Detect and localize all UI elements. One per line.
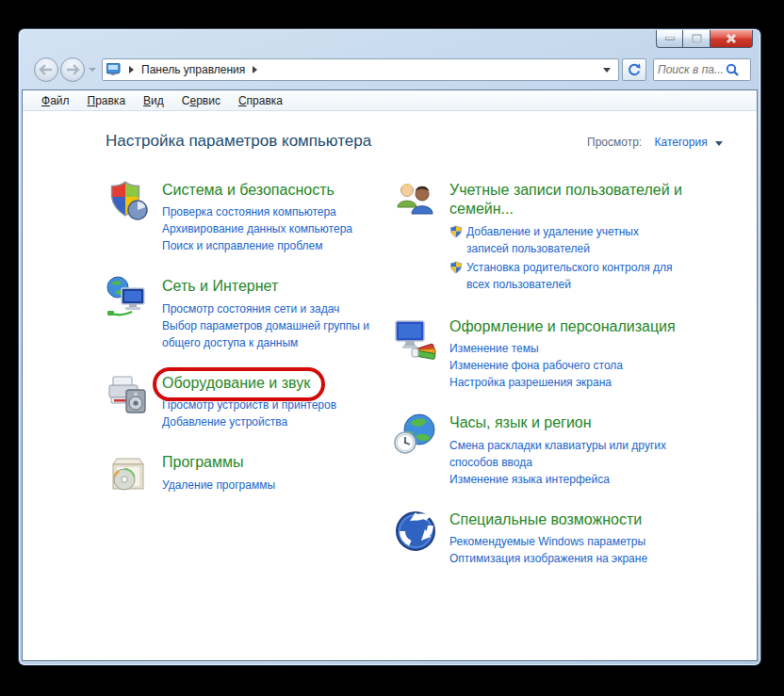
category-ease-of-access[interactable]: Специальные возможности — [449, 510, 642, 529]
left-column: Система и безопасность Проверка состояни… — [106, 179, 393, 588]
address-dropdown-icon[interactable] — [603, 68, 611, 73]
window-controls — [656, 30, 753, 48]
link-view-devices-printers[interactable]: Просмотр устройств и принтеров — [162, 397, 336, 413]
minimize-icon — [665, 37, 675, 40]
link-uninstall-program[interactable]: Удаление программы — [162, 477, 275, 494]
close-icon — [726, 34, 737, 44]
page-title: Настройка параметров компьютера — [106, 132, 371, 151]
control-panel-icon — [106, 63, 122, 76]
menu-bar: Файл Правка Вид Сервис Справка — [23, 90, 757, 111]
clock-globe-icon[interactable] — [393, 412, 438, 457]
category-network-internet[interactable]: Сеть и Интернет — [162, 277, 278, 296]
link-find-fix-problems[interactable]: Поиск и исправление проблем — [162, 237, 352, 254]
link-check-computer-status[interactable]: Проверка состояния компьютера — [162, 203, 352, 220]
view-by-dropdown-icon[interactable] — [715, 141, 723, 146]
control-panel-window: Панель управления Файл Правка Вид Сервис — [19, 29, 760, 665]
breadcrumb-arrow-icon[interactable] — [253, 66, 257, 73]
section-clock-language: Часы, язык и регион Смена раскладки клав… — [393, 412, 704, 487]
breadcrumb-arrow-icon — [129, 66, 134, 73]
forward-arrow-icon — [65, 64, 80, 75]
category-user-accounts[interactable]: Учетные записи пользователей и семейн... — [449, 181, 685, 219]
link-change-ui-language[interactable]: Изменение языка интерфейса — [449, 471, 676, 488]
link-homegroup-options[interactable]: Выбор параметров домашней группы и общег… — [162, 317, 388, 351]
refresh-icon — [627, 62, 642, 77]
section-user-accounts: Учетные записи пользователей и семейн... — [393, 179, 704, 295]
link-suggested-settings[interactable]: Рекомендуемые Windows параметры — [449, 533, 647, 550]
maximize-button[interactable] — [683, 30, 710, 48]
menu-tools[interactable]: Сервис — [182, 94, 220, 107]
search-input[interactable] — [658, 63, 726, 76]
client-area: Файл Правка Вид Сервис Справка Настройка… — [22, 89, 758, 661]
link-optimize-display[interactable]: Оптимизация изображения на экране — [449, 550, 647, 567]
search-icon[interactable] — [726, 63, 740, 77]
right-column: Учетные записи пользователей и семейн... — [393, 179, 704, 588]
recent-pages-dropdown[interactable] — [89, 68, 96, 72]
search-box[interactable] — [653, 58, 751, 81]
uac-shield-icon — [449, 261, 463, 274]
link-add-remove-accounts[interactable]: Добавление и удаление учетных записей по… — [466, 223, 676, 257]
security-shield-icon[interactable] — [106, 179, 151, 224]
category-programs[interactable]: Программы — [162, 453, 243, 472]
navigation-bar: Панель управления — [19, 50, 760, 89]
menu-view[interactable]: Вид — [143, 94, 164, 107]
section-system-security: Система и безопасность Проверка состояни… — [106, 179, 393, 254]
menu-edit[interactable]: Правка — [88, 94, 126, 107]
category-columns: Система и безопасность Проверка состояни… — [106, 179, 757, 588]
link-adjust-resolution[interactable]: Настройка разрешения экрана — [449, 374, 676, 391]
restore-icon — [692, 34, 702, 43]
user-accounts-icon[interactable] — [393, 179, 438, 224]
link-change-theme[interactable]: Изменение темы — [449, 340, 676, 357]
control-panel-content: Настройка параметров компьютера Просмотр… — [23, 111, 757, 660]
shield-link-row: Добавление и удаление учетных записей по… — [449, 223, 685, 257]
accessibility-icon[interactable] — [393, 509, 438, 554]
title-bar[interactable] — [19, 29, 760, 50]
page-header: Настройка параметров компьютера Просмотр… — [106, 132, 723, 151]
category-system-security[interactable]: Система и безопасность — [162, 181, 335, 200]
address-bar[interactable]: Панель управления — [102, 58, 619, 81]
section-hardware-sound: Оборудование и звук Просмотр устройств и… — [106, 372, 393, 430]
link-change-keyboard-layout[interactable]: Смена раскладки клавиатуры или других сп… — [449, 437, 676, 471]
view-by-control: Просмотр: Категория — [587, 136, 723, 149]
personalization-icon[interactable] — [393, 316, 438, 361]
programs-box-icon[interactable] — [106, 451, 151, 496]
forward-button[interactable] — [60, 57, 85, 82]
menu-file[interactable]: Файл — [41, 94, 70, 107]
category-hardware-sound[interactable]: Оборудование и звук — [162, 374, 310, 393]
view-by-label: Просмотр: — [587, 136, 642, 149]
link-backup-computer[interactable]: Архивирование данных компьютера — [162, 220, 352, 237]
section-ease-of-access: Специальные возможности Рекомендуемые Wi… — [393, 509, 704, 567]
shield-link-row: Установка родительского контроля для все… — [449, 259, 685, 293]
back-button[interactable] — [34, 57, 58, 82]
refresh-button[interactable] — [622, 58, 646, 81]
link-parental-controls[interactable]: Установка родительского контроля для все… — [466, 259, 676, 293]
view-by-category-link[interactable]: Категория — [655, 136, 708, 149]
uac-shield-icon — [449, 225, 463, 238]
section-programs: Программы Удаление программы — [106, 451, 393, 496]
category-clock-language[interactable]: Часы, язык и регион — [449, 413, 592, 432]
network-icon[interactable] — [106, 275, 151, 320]
breadcrumb[interactable]: Панель управления — [141, 63, 245, 76]
menu-help[interactable]: Справка — [238, 94, 283, 107]
section-appearance: Оформление и персонализация Изменение те… — [393, 316, 704, 391]
back-arrow-icon — [39, 64, 54, 75]
close-button[interactable] — [710, 30, 753, 48]
category-appearance[interactable]: Оформление и персонализация — [449, 317, 676, 336]
printer-sound-icon[interactable] — [106, 372, 151, 417]
link-change-background[interactable]: Изменение фона рабочего стола — [449, 357, 676, 374]
link-add-device[interactable]: Добавление устройства — [162, 413, 336, 430]
section-network-internet: Сеть и Интернет Просмотр состояния сети … — [106, 275, 393, 350]
link-view-network-status[interactable]: Просмотр состояния сети и задач — [162, 300, 388, 317]
minimize-button[interactable] — [656, 30, 683, 48]
